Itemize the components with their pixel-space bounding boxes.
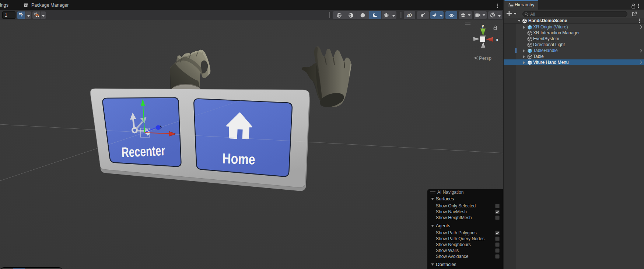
nav-section-surfaces[interactable]: Surfaces bbox=[427, 196, 503, 202]
checkbox[interactable] bbox=[495, 237, 500, 241]
expand-triangle-icon[interactable] bbox=[518, 20, 521, 22]
nav-option[interactable]: Show Path Polygons bbox=[427, 230, 503, 236]
draw-mode-shaded-button[interactable] bbox=[357, 11, 369, 19]
draw-mode-shaded-wireframe-button[interactable] bbox=[345, 11, 357, 19]
expand-triangle-icon[interactable] bbox=[523, 55, 525, 58]
package-manager-icon bbox=[23, 3, 28, 9]
grid-plane-button-caret[interactable] bbox=[25, 11, 31, 19]
draw-mode-wireframe-button[interactable] bbox=[333, 11, 345, 19]
expand-triangle-icon[interactable] bbox=[523, 49, 525, 52]
row-label: Show Only Selected bbox=[436, 203, 476, 209]
checkbox[interactable] bbox=[495, 204, 500, 208]
row-label: Surfaces bbox=[436, 196, 454, 202]
checkbox[interactable] bbox=[495, 215, 500, 220]
foldout-triangle-icon[interactable] bbox=[431, 225, 434, 227]
nav-option[interactable]: Show Avoidance bbox=[427, 254, 503, 259]
expand-triangle-icon[interactable] bbox=[523, 61, 525, 64]
hierarchy-item-xr-origin-viture-[interactable]: XR Origin (Viture) bbox=[504, 24, 644, 30]
row-label: Show Path Query Nodes bbox=[436, 236, 484, 242]
dropdown-caret-icon bbox=[468, 14, 471, 16]
hierarchy-item-eventsystem[interactable]: EventSystem bbox=[504, 36, 644, 42]
lock-icon[interactable] bbox=[494, 26, 496, 30]
gizmos-button[interactable] bbox=[488, 11, 497, 19]
toolbar-drag-handle[interactable] bbox=[329, 12, 330, 18]
checkbox[interactable] bbox=[495, 254, 500, 259]
hierarchy-menu-icon[interactable] bbox=[638, 3, 639, 10]
gizmo-neg-x-cone[interactable] bbox=[473, 37, 480, 41]
nav-option[interactable]: Show HeightMesh bbox=[427, 215, 503, 221]
nav-option[interactable]: Show Neighbours bbox=[427, 242, 503, 248]
scene-effects-button-caret[interactable] bbox=[439, 11, 444, 19]
gizmo-y-cone[interactable] bbox=[480, 29, 486, 36]
scene-orientation-gizmo[interactable]: y x Persp bbox=[462, 21, 503, 62]
row-label: Show Avoidance bbox=[436, 254, 469, 259]
nav-option[interactable]: Show Walls bbox=[427, 248, 503, 254]
nav-section-agents[interactable]: Agents bbox=[427, 223, 503, 229]
home-button-3d[interactable]: Home bbox=[194, 99, 292, 177]
row-label: Show Neighbours bbox=[436, 242, 471, 248]
rendering-debugger-button-caret[interactable] bbox=[391, 11, 396, 19]
scene-effects-button[interactable] bbox=[430, 11, 439, 19]
2d-view-button[interactable]: 2D bbox=[404, 11, 416, 19]
draw-mode-shaded-icon bbox=[360, 13, 365, 18]
toolbar-drag-handle[interactable] bbox=[402, 12, 402, 18]
prefab-open-chevron-icon[interactable] bbox=[640, 60, 643, 66]
scene-viewport[interactable]: Recenter Home bbox=[0, 20, 503, 269]
tab-hierarchy[interactable]: Hierarchy bbox=[504, 0, 538, 10]
row-label: Show HeightMesh bbox=[436, 215, 472, 221]
toolbar-drag-handle[interactable] bbox=[331, 12, 332, 18]
lock-icon[interactable] bbox=[631, 3, 636, 10]
scene-menu-kebab-icon[interactable] bbox=[639, 18, 640, 25]
gizmo-z-cone[interactable] bbox=[481, 42, 486, 48]
unity-editor: ings Package Manager Y bbox=[0, 0, 644, 269]
hierarchy-item-tablehandle[interactable]: TableHandle bbox=[504, 48, 644, 54]
expand-triangle-icon[interactable] bbox=[523, 26, 525, 29]
checkbox-checked[interactable] bbox=[495, 210, 500, 214]
overlay-drag-handle-icon[interactable] bbox=[465, 23, 470, 25]
hierarchy-item-viture-hand-menu[interactable]: Viture Hand Menu bbox=[504, 59, 644, 65]
toolbar-drag-handle[interactable] bbox=[400, 12, 401, 18]
window-tab-strip: ings Package Manager bbox=[0, 0, 503, 10]
scene-visibility-button[interactable] bbox=[445, 11, 457, 19]
hierarchy-item-directional-light[interactable]: Directional Light bbox=[504, 42, 644, 48]
tab-settings-partial[interactable]: ings bbox=[0, 3, 8, 8]
component-selection-button[interactable] bbox=[459, 11, 472, 19]
nav-option[interactable]: Show NavMesh bbox=[427, 209, 503, 215]
axis-y-label: y bbox=[482, 23, 484, 28]
projection-toggle[interactable]: Persp bbox=[475, 55, 491, 61]
item-label: XR Interaction Manager bbox=[533, 30, 580, 36]
checkbox[interactable] bbox=[495, 242, 500, 247]
nav-option[interactable]: Show Only Selected bbox=[427, 203, 503, 209]
foldout-triangle-icon[interactable] bbox=[431, 263, 434, 266]
tab-package-manager[interactable]: Package Manager bbox=[31, 3, 69, 8]
row-label: Obstacles bbox=[436, 262, 456, 268]
scene-audio-button[interactable] bbox=[417, 11, 429, 19]
hierarchy-item-xr-interaction-manager[interactable]: XR Interaction Manager bbox=[504, 30, 644, 36]
gizmo-center-cube[interactable] bbox=[480, 36, 486, 42]
scene-window: ings Package Manager Y bbox=[0, 0, 503, 269]
snap-increment-button-caret[interactable] bbox=[40, 11, 46, 19]
nav-section-obstacles[interactable]: Obstacles bbox=[427, 262, 503, 268]
grid-plane-button[interactable]: Y bbox=[17, 11, 25, 19]
overlay-drag-handle-icon[interactable] bbox=[430, 191, 435, 193]
tools-overlay-sliver[interactable] bbox=[1, 267, 62, 269]
hierarchy-panel: Hierarchy bbox=[503, 0, 644, 269]
scene-root-row[interactable]: HandsDemoScene bbox=[504, 18, 644, 24]
create-object-button[interactable] bbox=[506, 11, 517, 17]
checkbox-checked[interactable] bbox=[495, 231, 500, 235]
item-label: TableHandle bbox=[533, 48, 558, 54]
scene-camera-button[interactable] bbox=[474, 11, 487, 19]
rendering-debugger-button[interactable] bbox=[381, 11, 391, 19]
hierarchy-item-table[interactable]: Table bbox=[504, 54, 644, 59]
scene-lighting-button[interactable] bbox=[369, 11, 381, 19]
nav-option[interactable]: Show Path Query Nodes bbox=[427, 236, 503, 242]
gizmo-x-cone[interactable] bbox=[486, 37, 493, 42]
scene-window-menu-icon[interactable] bbox=[497, 3, 500, 8]
checkbox[interactable] bbox=[495, 248, 500, 253]
pop-out-icon[interactable] bbox=[631, 11, 637, 18]
gizmos-button-caret[interactable] bbox=[497, 11, 502, 19]
hierarchy-search-field[interactable]: All bbox=[522, 11, 627, 17]
snap-increment-button[interactable] bbox=[32, 11, 40, 19]
grid-size-input[interactable] bbox=[2, 11, 15, 19]
foldout-triangle-icon[interactable] bbox=[431, 198, 434, 200]
